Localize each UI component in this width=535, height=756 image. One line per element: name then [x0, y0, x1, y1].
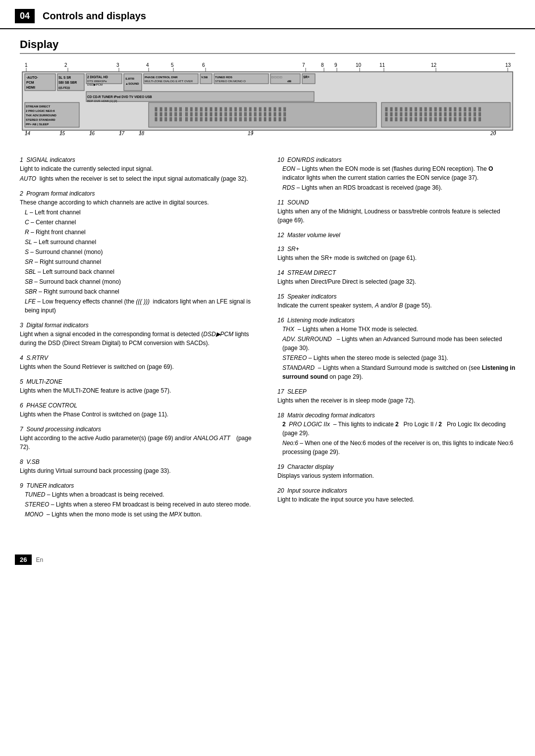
description-columns: 1 SIGNAL indicators Light to indicate th… — [20, 156, 515, 526]
svg-text:▲SOUND: ▲SOUND — [125, 82, 139, 85]
svg-text:9: 9 — [334, 62, 337, 68]
desc-item-9: 9 TUNER indicators TUNED – Lights when a… — [20, 482, 258, 519]
desc-body-9: TUNED – Lights when a broadcast is being… — [20, 490, 258, 519]
desc-num-19: 19 Character display — [277, 463, 515, 470]
desc-num-4: 4 S.RTRV — [20, 354, 258, 361]
desc-item-16: 16 Listening mode indicators THX – Light… — [277, 317, 515, 381]
display-diagram: 1 2 3 4 5 6 7 8 9 10 11 12 13 — [20, 61, 515, 156]
svg-text:THX  ADV.SURROUND: THX ADV.SURROUND — [26, 114, 57, 117]
desc-item-14: 14 STREAM DIRECT Lights when Direct/Pure… — [277, 269, 515, 286]
svg-text:S.RTR: S.RTR — [125, 77, 135, 80]
desc-item-6: 6 PHASE CONTROL Lights when the Phase Co… — [20, 402, 258, 419]
desc-body-3: Light when a signal encoded in the corre… — [20, 330, 258, 348]
chapter-title: Controls and displays — [43, 10, 146, 22]
desc-body-18: 2 PRO LOGIC IIx – This lights to indicat… — [277, 420, 515, 456]
svg-text:16: 16 — [89, 131, 95, 136]
svg-text:1: 1 — [25, 62, 28, 68]
desc-num-14: 14 STREAM DIRECT — [277, 269, 515, 276]
svg-text:15: 15 — [59, 131, 65, 136]
desc-body-14: Lights when Direct/Pure Direct is select… — [277, 277, 515, 286]
svg-text:2 PRO LOGIC NEO:6: 2 PRO LOGIC NEO:6 — [26, 109, 55, 112]
desc-item-13: 13 SR+ Lights when the SR+ mode is switc… — [277, 246, 515, 262]
language-label: En — [36, 556, 43, 563]
svg-text:2: 2 — [64, 62, 67, 68]
desc-item-1: 1 SIGNAL indicators Light to indicate th… — [20, 156, 258, 183]
svg-text:PHASE CONTROL  DNR: PHASE CONTROL DNR — [145, 76, 178, 79]
desc-body-20: Light to indicate the input source you h… — [277, 495, 515, 504]
svg-text:6: 6 — [202, 62, 205, 68]
desc-item-3: 3 Digital format indicators Light when a… — [20, 322, 258, 348]
desc-item-19: 19 Character display Displays various sy… — [277, 463, 515, 480]
svg-text:STEREO STANDARD: STEREO STANDARD — [26, 118, 55, 121]
desc-num-18: 18 Matrix decoding format indicators — [277, 412, 515, 419]
display-diagram-svg: 1 2 3 4 5 6 7 8 9 10 11 12 13 — [20, 61, 515, 155]
desc-num-2: 2 Program format indicators — [20, 190, 258, 197]
svg-text:CD   CD-R      TUNER          : CD CD-R TUNER iPod DVD TV VIDEO USB — [87, 95, 152, 99]
svg-text:11: 11 — [379, 62, 385, 68]
desc-body-4: Lights when the Sound Retriever is switc… — [20, 362, 258, 371]
desc-num-7: 7 Sound processing indicators — [20, 426, 258, 433]
svg-text:STREAM DIRECT: STREAM DIRECT — [26, 105, 51, 108]
svg-text:17: 17 — [119, 131, 125, 136]
desc-num-15: 15 Speaker indicators — [277, 293, 515, 300]
desc-item-18: 18 Matrix decoding format indicators 2 P… — [277, 412, 515, 456]
desc-body-8: Lights during Virtual surround back proc… — [20, 466, 258, 475]
desc-num-20: 20 Input source indicators — [277, 487, 515, 494]
desc-body-15: Indicate the current speaker system, A a… — [277, 301, 515, 310]
section-title: Display — [20, 38, 515, 54]
svg-text:SR+: SR+ — [303, 75, 310, 79]
desc-body-16: THX – Lights when a Home THX mode is sel… — [277, 325, 515, 381]
desc-body-17: Lights when the receiver is in sleep mod… — [277, 396, 515, 405]
svg-text:13: 13 — [505, 62, 511, 68]
desc-num-3: 3 Digital format indicators — [20, 322, 258, 329]
desc-item-12: 12 Master volume level — [277, 232, 515, 239]
svg-text:7: 7 — [302, 62, 305, 68]
desc-body-10: EON – Lights when the EON mode is set (f… — [277, 164, 515, 192]
desc-item-5: 5 MULTI-ZONE Lights when the MULTI-ZONE … — [20, 378, 258, 395]
svg-text:STEREO ON MONO O: STEREO ON MONO O — [215, 80, 246, 83]
page-number: 26 — [15, 554, 32, 565]
desc-item-17: 17 SLEEP Lights when the receiver is in … — [277, 388, 515, 405]
svg-text:HDMI: HDMI — [26, 86, 35, 89]
svg-text:5: 5 — [171, 62, 174, 68]
desc-body-5: Lights when the MULTI-ZONE feature is ac… — [20, 386, 258, 395]
desc-num-9: 9 TUNER indicators — [20, 482, 258, 489]
main-content: Display 1 2 3 4 5 6 7 8 9 10 11 12 13 — [0, 29, 535, 541]
desc-body-7: Light according to the active Audio para… — [20, 434, 258, 452]
svg-text:8: 8 — [321, 62, 324, 68]
desc-num-12: 12 Master volume level — [277, 232, 515, 239]
svg-text:3: 3 — [116, 62, 119, 68]
page-header: 04 Controls and displays — [0, 0, 535, 29]
svg-text:PCM: PCM — [26, 81, 34, 84]
desc-num-1: 1 SIGNAL indicators — [20, 156, 258, 163]
svg-text:MULTI-ZONE DIALOG E ATT OVER: MULTI-ZONE DIALOG E ATT OVER — [145, 80, 193, 83]
svg-text:dB: dB — [287, 80, 292, 83]
desc-item-8: 8 V.SB Lights during Virtual surround ba… — [20, 458, 258, 475]
right-description-column: 10 EON/RDS indicators EON – Lights when … — [277, 156, 515, 526]
desc-body-19: Displays various system information. — [277, 471, 515, 480]
left-description-column: 1 SIGNAL indicators Light to indicate th… — [20, 156, 258, 526]
desc-item-7: 7 Sound processing indicators Light acco… — [20, 426, 258, 452]
svg-text:2 DIGITAL   HD: 2 DIGITAL HD — [87, 75, 108, 79]
svg-text:18: 18 — [139, 131, 145, 136]
svg-text:(((LFE))): (((LFE))) — [58, 86, 70, 89]
svg-text:12: 12 — [431, 62, 437, 68]
desc-item-11: 11 SOUND Lights when any of the Midnight… — [277, 199, 515, 225]
svg-rect-45 — [200, 74, 212, 84]
svg-text:·AUTO·: ·AUTO· — [26, 76, 38, 79]
desc-num-13: 13 SR+ — [277, 246, 515, 252]
chapter-number: 04 — [15, 9, 35, 23]
svg-text:TUNED  RDS: TUNED RDS — [215, 76, 232, 79]
svg-text:SBI SB SBR: SBI SB SBR — [58, 81, 77, 84]
svg-text:DSD▶PCM: DSD▶PCM — [87, 83, 103, 86]
svg-text:□ □ □ □: □ □ □ □ — [271, 75, 282, 79]
svg-text:14: 14 — [25, 131, 31, 136]
svg-text:10: 10 — [356, 62, 362, 68]
desc-num-17: 17 SLEEP — [277, 388, 515, 395]
desc-item-15: 15 Speaker indicators Indicate the curre… — [277, 293, 515, 310]
svg-text:BDP DVR    HDMI  [1] [2]: BDP DVR HDMI [1] [2] — [87, 100, 117, 102]
desc-body-11: Lights when any of the Midnight, Loudnes… — [277, 207, 515, 225]
desc-item-2: 2 Program format indicators These change… — [20, 190, 258, 315]
desc-num-10: 10 EON/RDS indicators — [277, 156, 515, 163]
svg-text:PP> AB  | SLEEP: PP> AB | SLEEP — [26, 123, 49, 126]
